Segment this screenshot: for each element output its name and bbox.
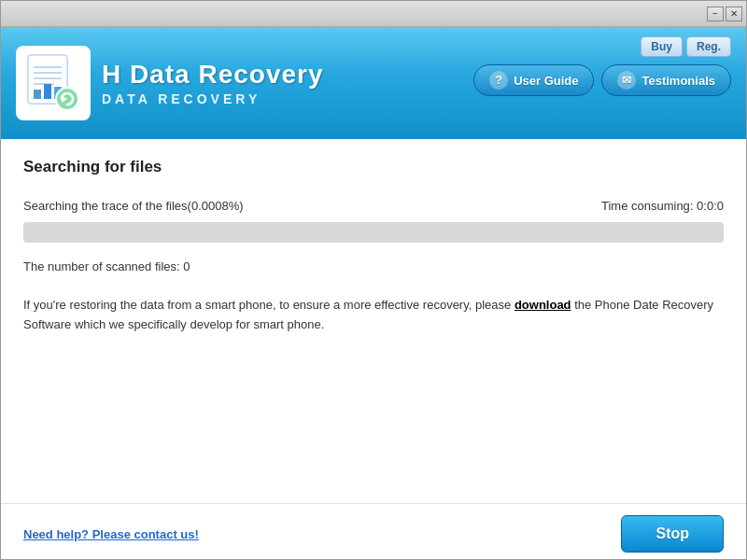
info-text: If you're restoring the data from a smar… [23,296,724,335]
main-content: Searching for files Searching the trace … [1,139,746,503]
user-guide-button[interactable]: ? User Guide [473,64,594,96]
app-name-label: H Data Recovery [102,60,324,90]
user-guide-label: User Guide [514,74,578,88]
action-area: Need help? Please contact us! Stop [1,503,746,560]
logo-area: H Data Recovery DATA RECOVERY [16,46,324,120]
search-status-row: Searching the trace of the files(0.0008%… [23,199,724,213]
testimonials-label: Testimonials [641,74,715,88]
app-title: H Data Recovery DATA RECOVERY [102,60,324,106]
info-text-before: If you're restoring the data from a smar… [23,298,514,312]
app-subtitle-label: DATA RECOVERY [102,91,324,106]
header: H Data Recovery DATA RECOVERY Buy Reg. ?… [1,27,746,139]
question-icon: ? [489,71,508,90]
testimonials-button[interactable]: ✉ Testimonials [601,64,731,96]
testimonials-icon: ✉ [617,71,636,90]
logo-svg [21,50,86,116]
help-link[interactable]: Need help? Please contact us! [23,527,199,541]
reg-button[interactable]: Reg. [686,36,731,57]
scanned-count-text: The number of scanned files: 0 [23,259,724,273]
close-button[interactable]: ✕ [726,7,742,21]
guide-buttons: ? User Guide ✉ Testimonials [473,64,731,96]
stop-button[interactable]: Stop [621,515,724,553]
header-right: Buy Reg. ? User Guide ✉ Testimonials [473,36,731,96]
buy-button[interactable]: Buy [641,36,683,57]
title-bar: − ✕ [1,1,746,27]
minimize-button[interactable]: − [707,7,724,21]
search-status-text: Searching the trace of the files(0.0008%… [23,199,244,213]
section-title: Searching for files [23,158,724,176]
svg-rect-6 [34,90,41,99]
top-buttons: Buy Reg. [641,36,731,57]
progress-bar-container [23,222,724,243]
download-link[interactable]: download [514,298,571,312]
svg-rect-7 [44,84,51,99]
time-consuming-text: Time consuming: 0:0:0 [601,199,724,213]
app-logo [16,46,91,120]
